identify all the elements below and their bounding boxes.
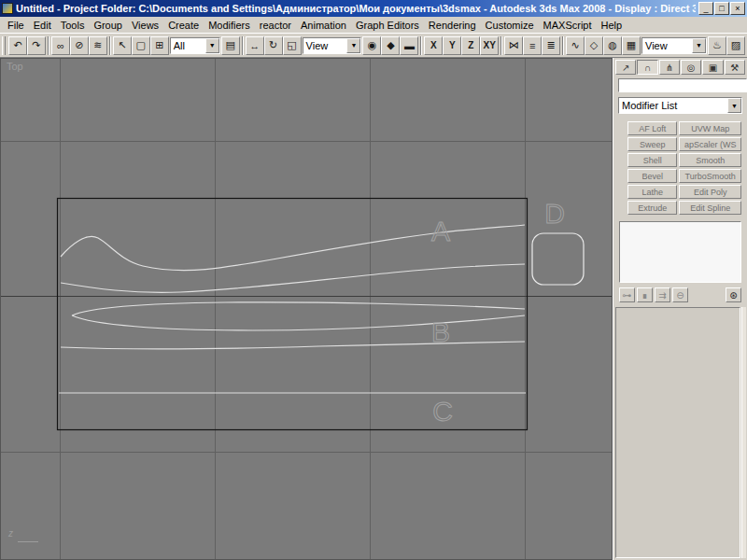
space-warp-icon: ≋	[93, 39, 102, 51]
select-and-rotate-button[interactable]: ↻	[264, 36, 283, 55]
menu-file[interactable]: File	[3, 19, 29, 32]
unlink-selection-button[interactable]: ⊘	[70, 36, 89, 55]
tab-utilities[interactable]: ⚒	[725, 60, 745, 75]
command-panel-tabs: ↗ ∩ ⋔ ◎ ▣ ⚒	[613, 58, 747, 76]
axis-xy-button[interactable]: XY	[480, 36, 499, 55]
show-end-result-button[interactable]: ∎	[637, 287, 653, 302]
menu-group[interactable]: Group	[89, 19, 127, 32]
modifier-button-sweep[interactable]: Sweep	[627, 137, 677, 151]
select-by-name-icon: ▤	[225, 39, 234, 51]
bind-to-space-warp-button[interactable]: ≋	[89, 36, 107, 55]
menu-help[interactable]: Help	[597, 19, 627, 32]
modifier-stack-toolbar: ⊶ ∎ ⇉ ⊖ ⊛	[613, 285, 747, 305]
select-and-link-button[interactable]: ∞	[51, 36, 70, 55]
render-last-button[interactable]: ▨	[726, 36, 745, 55]
select-and-move-button[interactable]: ↔	[246, 36, 264, 55]
menu-rendering[interactable]: Rendering	[424, 19, 481, 32]
curve-editor-button[interactable]: ∿	[566, 36, 585, 55]
align-icon: ≡	[529, 40, 535, 51]
close-button[interactable]: ×	[730, 2, 745, 15]
select-and-scale-button[interactable]: ◱	[283, 36, 302, 55]
menu-modifiers[interactable]: Modifiers	[204, 19, 255, 32]
menu-maxscript[interactable]: MAXScript	[539, 19, 597, 32]
modifier-list-dropdown[interactable]: Modifier List ▼	[618, 97, 742, 114]
object-name-field[interactable]	[618, 78, 747, 92]
menu-edit[interactable]: Edit	[29, 19, 56, 32]
undo-button[interactable]: ↶	[8, 36, 27, 55]
toolbar-handle[interactable]	[2, 36, 6, 55]
selection-region-button[interactable]: ▢	[132, 36, 150, 55]
menu-reactor[interactable]: reactor	[255, 19, 296, 32]
tab-modify[interactable]: ∩	[637, 60, 657, 75]
redo-button[interactable]: ↷	[27, 36, 46, 55]
modifier-button-edit-spline[interactable]: Edit Spline	[679, 201, 741, 215]
create-tab-icon: ↗	[622, 63, 629, 73]
make-unique-button[interactable]: ⇉	[655, 287, 670, 302]
axis-x-button[interactable]: X	[424, 36, 443, 55]
pin-stack-button[interactable]: ⊶	[619, 287, 635, 302]
toolbar-separator	[242, 36, 244, 55]
render-setup-button[interactable]: ▦	[622, 36, 641, 55]
tab-hierarchy[interactable]: ⋔	[659, 60, 680, 75]
modifier-button-af-loft[interactable]: AF Loft	[627, 121, 677, 135]
curve-editor-icon: ∿	[571, 39, 580, 51]
rollout-container	[613, 305, 747, 560]
menu-animation[interactable]: Animation	[296, 19, 351, 32]
layer-manager-button[interactable]: ≣	[542, 36, 560, 55]
remove-modifier-button[interactable]: ⊖	[672, 287, 688, 302]
modifier-button-edit-poly[interactable]: Edit Poly	[679, 185, 741, 199]
modifier-button-extrude[interactable]: Extrude	[627, 201, 677, 215]
tab-display[interactable]: ▣	[702, 60, 723, 75]
keyboard-override-button[interactable]: ▬	[400, 36, 418, 55]
axis-y-button[interactable]: Y	[443, 36, 461, 55]
modifier-button-lathe[interactable]: Lathe	[627, 185, 677, 199]
modifier-button-mapscaler[interactable]: apScaler (WS	[679, 137, 741, 151]
rotate-icon: ↻	[269, 39, 277, 51]
spline-curve-a1	[61, 225, 525, 271]
render-last-icon: ▨	[731, 39, 740, 51]
viewport-top[interactable]: A B C D Top z	[0, 58, 613, 560]
menu-customize[interactable]: Customize	[481, 19, 539, 32]
menu-graph-editors[interactable]: Graph Editors	[351, 19, 424, 32]
modifier-button-uvw-map[interactable]: UVW Map	[679, 121, 741, 135]
tab-motion[interactable]: ◎	[681, 60, 701, 75]
render-type-dropdown[interactable]: View ▼	[641, 37, 707, 54]
modifier-button-bevel[interactable]: Bevel	[627, 169, 677, 183]
select-and-manipulate-button[interactable]: ◆	[381, 36, 400, 55]
teapot-render-icon: ♨	[712, 39, 722, 51]
spline-curve-b	[72, 302, 525, 330]
mirror-button[interactable]: ⋈	[504, 36, 523, 55]
selection-filter-dropdown[interactable]: All ▼	[170, 37, 220, 54]
viewport-canvas: A B C D	[1, 59, 612, 559]
material-editor-button[interactable]: ◍	[603, 36, 622, 55]
maximize-button[interactable]: □	[714, 2, 729, 15]
select-by-name-button[interactable]: ▤	[221, 36, 240, 55]
modifier-stack-list[interactable]	[619, 221, 741, 283]
titlebar: Untitled - Project Folder: C:\Documents …	[0, 0, 747, 17]
modifier-button-turbosmooth[interactable]: TurboSmooth	[679, 169, 741, 183]
axis-z-button[interactable]: Z	[461, 36, 480, 55]
select-object-button[interactable]: ↖	[113, 36, 132, 55]
3dsmax-window: Untitled - Project Folder: C:\Documents …	[0, 0, 747, 560]
tab-create[interactable]: ↗	[615, 60, 636, 75]
align-button[interactable]: ≡	[523, 36, 542, 55]
toolbar-separator	[500, 36, 502, 55]
viewport-label[interactable]: Top	[7, 61, 23, 72]
menu-tools[interactable]: Tools	[56, 19, 90, 32]
quick-render-button[interactable]: ♨	[708, 36, 726, 55]
chevron-down-icon: ▼	[692, 38, 706, 53]
schematic-view-button[interactable]: ◇	[585, 36, 603, 55]
app-icon	[2, 3, 13, 14]
annotation-letter-a: A	[431, 216, 450, 246]
modifier-button-smooth[interactable]: Smooth	[679, 153, 741, 167]
use-pivot-center-button[interactable]: ◉	[362, 36, 381, 55]
menu-views[interactable]: Views	[127, 19, 163, 32]
menu-create[interactable]: Create	[163, 19, 204, 32]
modifier-button-shell[interactable]: Shell	[627, 153, 677, 167]
configure-modifier-sets-button[interactable]: ⊛	[726, 287, 741, 302]
coordinate-system-dropdown[interactable]: View ▼	[303, 37, 362, 54]
window-crossing-button[interactable]: ⊞	[150, 36, 169, 55]
minimize-button[interactable]: _	[698, 2, 713, 15]
panel-scrollbar[interactable]	[741, 307, 746, 558]
axis-z-label: z	[8, 528, 13, 539]
